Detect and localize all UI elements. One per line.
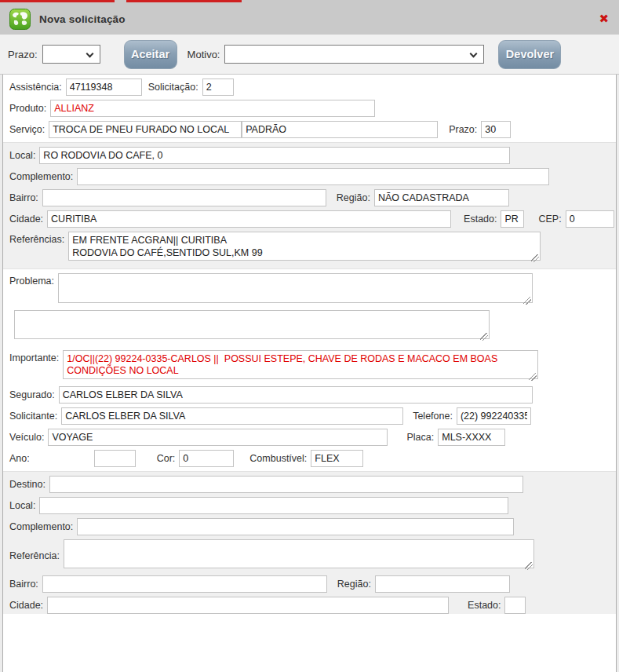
local-field[interactable] (39, 147, 510, 164)
destino-regiao-label: Região: (337, 579, 371, 590)
referencias-label: Referências: (9, 232, 64, 245)
servico-label: Serviço: (9, 124, 45, 135)
prazo-field[interactable] (481, 121, 511, 138)
prazo-select[interactable] (42, 45, 100, 64)
chevron-down-icon (86, 50, 93, 58)
motivo-label: Motivo: (188, 49, 220, 60)
cor-label: Cor: (157, 453, 176, 464)
bairro-field[interactable] (42, 189, 326, 206)
destino-field[interactable] (49, 476, 523, 493)
devolver-button[interactable]: Devolver (498, 40, 561, 69)
destino-regiao-field[interactable] (375, 575, 510, 593)
section-identificacao: Assistência: Solicitação: Produto: Servi… (3, 75, 616, 138)
complemento-label: Complemento: (9, 171, 73, 182)
produto-label: Produto: (9, 103, 46, 114)
observacao-extra-textarea[interactable] (14, 310, 490, 339)
combustivel-label: Combustível: (249, 453, 307, 464)
section-destino: Destino: Local: Complemento: Referência:… (3, 471, 616, 614)
cep-field[interactable] (566, 210, 614, 228)
destino-complemento-field[interactable] (77, 518, 514, 535)
veiculo-label: Veículo: (9, 432, 44, 443)
destino-bairro-field[interactable] (42, 575, 327, 593)
section-segurado-veiculo: Importante: 1/OC||(22) 99224-0335-CARLOS… (3, 346, 616, 467)
action-toolbar: Prazo: Aceitar Motivo: Devolver (0, 35, 619, 75)
regiao-field[interactable] (374, 189, 509, 206)
background-red-strip (126, 0, 242, 2)
bairro-label: Bairro: (9, 192, 38, 203)
segurado-field[interactable] (59, 386, 533, 404)
produto-field[interactable] (50, 100, 375, 117)
assistencia-label: Assistência: (9, 82, 62, 93)
ano-label: Ano: (9, 453, 30, 464)
destino-estado-field[interactable] (504, 597, 526, 614)
ano-field[interactable] (94, 450, 136, 467)
destino-local-field[interactable] (39, 497, 508, 514)
destino-cidade-field[interactable] (47, 597, 449, 614)
estado-field[interactable] (501, 210, 524, 228)
cidade-label: Cidade: (9, 214, 43, 225)
aceitar-button[interactable]: Aceitar (124, 40, 177, 69)
dialog-title: Nova solicitação (39, 13, 126, 25)
section-local-evento: Local: Complemento: Bairro: Região: Cida… (3, 142, 616, 269)
regiao-label: Região: (337, 192, 370, 203)
segurado-label: Segurado: (9, 389, 55, 400)
destino-referencia-label: Referência: (9, 550, 60, 561)
chevron-down-icon (470, 50, 478, 58)
solicitante-label: Solicitante: (9, 411, 57, 422)
destino-label: Destino: (9, 479, 46, 490)
destino-referencia-textarea[interactable] (64, 539, 534, 568)
globe-app-icon (9, 9, 31, 30)
cep-label: CEP: (538, 214, 561, 225)
complemento-field[interactable] (77, 168, 549, 185)
destino-complemento-label: Complemento: (9, 521, 73, 532)
local-label: Local: (9, 150, 35, 161)
background-red-strip (0, 0, 115, 2)
problema-textarea[interactable] (58, 273, 533, 302)
prazo-label: Prazo: (449, 124, 477, 135)
placa-label: Placa: (406, 432, 434, 443)
destino-estado-label: Estado: (468, 600, 501, 611)
problema-label: Problema: (9, 273, 54, 287)
close-icon[interactable]: ✖ (599, 13, 609, 24)
assistencia-field[interactable] (66, 79, 142, 96)
telefone-label: Telefone: (413, 411, 453, 422)
destino-cidade-label: Cidade: (9, 600, 43, 611)
motivo-select[interactable] (224, 45, 484, 64)
placa-field[interactable] (438, 429, 505, 446)
destino-local-label: Local: (9, 500, 35, 511)
telefone-field[interactable] (457, 407, 531, 425)
servico-field[interactable] (49, 121, 242, 138)
importante-label: Importante: (9, 350, 59, 363)
servico-tipo-field[interactable] (242, 121, 438, 138)
veiculo-field[interactable] (48, 429, 388, 446)
section-problema: Problema: (3, 269, 616, 342)
request-form: Assistência: Solicitação: Produto: Servi… (2, 75, 617, 672)
importante-textarea[interactable]: 1/OC||(22) 99224-0335-CARLOS || POSSUI E… (63, 350, 538, 379)
combustivel-field[interactable] (311, 450, 363, 467)
referencias-textarea[interactable]: EM FRENTE ACGRAN|| CURITIBA RODOVIA DO C… (68, 232, 541, 261)
solicitacao-label: Solicitação: (148, 82, 198, 93)
solicitante-field[interactable] (61, 407, 403, 425)
dialog-titlebar: Nova solicitação ✖ (0, 3, 619, 35)
cor-field[interactable] (179, 450, 234, 467)
cidade-field[interactable] (47, 210, 451, 228)
prazo-toolbar-label: Prazo: (8, 49, 38, 60)
solicitacao-field[interactable] (202, 79, 234, 96)
estado-label: Estado: (464, 214, 497, 225)
destino-bairro-label: Bairro: (9, 579, 38, 590)
